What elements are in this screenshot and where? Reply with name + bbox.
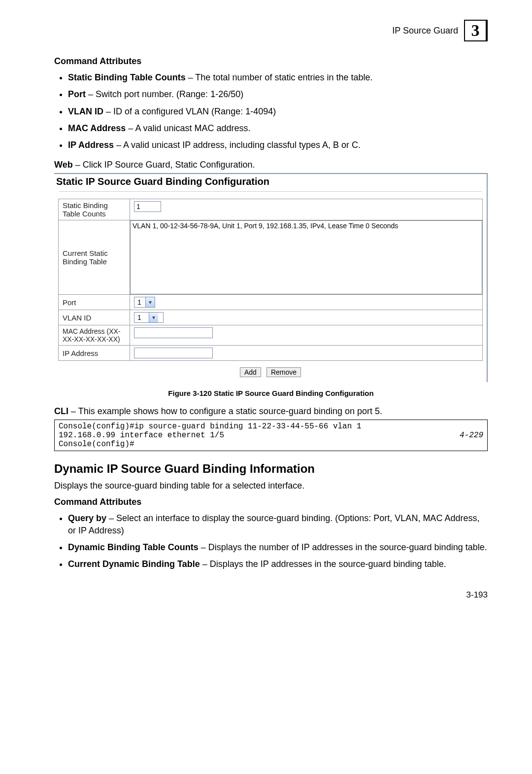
desc: – Displays the IP addresses in the sourc… xyxy=(200,559,446,569)
binding-table-cell: VLAN 1, 00-12-34-56-78-9A, Unit 1, Port … xyxy=(130,220,483,295)
section-heading: Dynamic IP Source Guard Binding Informat… xyxy=(54,462,488,476)
divider xyxy=(59,191,482,192)
figure-caption: Figure 3-120 Static IP Source Guard Bind… xyxy=(54,389,488,397)
desc: – ID of a configured VLAN (Range: 1-4094… xyxy=(103,106,276,116)
desc: – A valid unicast IP address, including … xyxy=(114,140,361,150)
term: Query by xyxy=(68,513,106,523)
port-cell: 1 ▾ xyxy=(130,295,483,310)
code-content: Console(config)#ip source-guard binding … xyxy=(59,422,362,449)
header-title: IP Source Guard xyxy=(392,26,458,36)
code-ref: 4-229 xyxy=(460,422,483,449)
vlan-label: VLAN ID xyxy=(59,310,130,325)
page-header: IP Source Guard 3 xyxy=(54,20,488,41)
list-item: Current Dynamic Binding Table – Displays… xyxy=(68,558,488,570)
web-label: Web xyxy=(54,160,73,170)
binding-table-listbox[interactable]: VLAN 1, 00-12-34-56-78-9A, Unit 1, Port … xyxy=(130,220,482,294)
section-desc: Displays the source-guard binding table … xyxy=(54,481,488,491)
term: Current Dynamic Binding Table xyxy=(68,559,200,569)
port-value: 1 xyxy=(134,297,146,307)
counts-input[interactable] xyxy=(134,201,161,212)
list-item: IP Address – A valid unicast IP address,… xyxy=(68,139,488,151)
binding-table-row[interactable]: VLAN 1, 00-12-34-56-78-9A, Unit 1, Port … xyxy=(133,222,480,230)
vlan-value: 1 xyxy=(134,313,149,322)
form-table: Static Binding Table Counts Current Stat… xyxy=(58,199,483,361)
counts-label: Static Binding Table Counts xyxy=(59,199,130,220)
desc: – A valid unicast MAC address. xyxy=(126,123,250,133)
port-label: Port xyxy=(59,295,130,310)
add-button[interactable]: Add xyxy=(240,367,261,377)
term: Port xyxy=(68,89,86,99)
desc: – The total number of static entries in … xyxy=(186,72,373,82)
cli-label: CLI xyxy=(54,406,68,416)
ip-label: IP Address xyxy=(59,346,130,361)
desc: – Switch port number. (Range: 1-26/50) xyxy=(86,89,243,99)
ip-cell xyxy=(130,346,483,361)
cli-instruction: CLI – This example shows how to configur… xyxy=(54,406,488,417)
command-attributes-heading: Command Attributes xyxy=(54,56,488,67)
page-number: 3-193 xyxy=(54,590,488,600)
button-row: Add Remove xyxy=(58,361,483,377)
cli-text: – This example shows how to configure a … xyxy=(68,406,382,416)
attributes-list: Static Binding Table Counts – The total … xyxy=(54,71,488,151)
desc: – Select an interface to display the sou… xyxy=(68,513,479,535)
command-attributes-heading-2: Command Attributes xyxy=(54,497,488,507)
mac-label: MAC Address (XX-XX-XX-XX-XX-XX) xyxy=(59,325,130,346)
vlan-dropdown[interactable]: 1 ▾ xyxy=(134,312,164,323)
attributes-list-2: Query by – Select an interface to displa… xyxy=(54,512,488,570)
mac-input[interactable] xyxy=(134,327,213,338)
config-panel: Static IP Source Guard Binding Configura… xyxy=(54,173,488,382)
web-instruction: Web – Click IP Source Guard, Static Conf… xyxy=(54,160,488,170)
code-block: Console(config)#ip source-guard binding … xyxy=(54,420,488,451)
panel-title: Static IP Source Guard Binding Configura… xyxy=(54,174,487,191)
binding-table-label: Current Static Binding Table xyxy=(59,220,130,295)
web-text: – Click IP Source Guard, Static Configur… xyxy=(73,160,255,170)
vlan-cell: 1 ▾ xyxy=(130,310,483,325)
list-item: VLAN ID – ID of a configured VLAN (Range… xyxy=(68,106,488,117)
term: IP Address xyxy=(68,140,114,150)
list-item: Query by – Select an interface to displa… xyxy=(68,512,488,536)
chapter-badge: 3 xyxy=(464,20,488,41)
term: MAC Address xyxy=(68,123,126,133)
chevron-down-icon[interactable]: ▾ xyxy=(146,297,155,307)
term: Dynamic Binding Table Counts xyxy=(68,542,199,552)
mac-cell xyxy=(130,325,483,346)
list-item: MAC Address – A valid unicast MAC addres… xyxy=(68,122,488,134)
term: Static Binding Table Counts xyxy=(68,72,186,82)
list-item: Static Binding Table Counts – The total … xyxy=(68,71,488,83)
list-item: Dynamic Binding Table Counts – Displays … xyxy=(68,541,488,553)
list-item: Port – Switch port number. (Range: 1-26/… xyxy=(68,88,488,100)
term: VLAN ID xyxy=(68,106,103,116)
chevron-down-icon[interactable]: ▾ xyxy=(149,313,158,322)
desc: – Displays the number of IP addresses in… xyxy=(199,542,487,552)
counts-cell xyxy=(130,199,483,220)
port-dropdown[interactable]: 1 ▾ xyxy=(134,297,155,308)
ip-input[interactable] xyxy=(134,348,213,358)
remove-button[interactable]: Remove xyxy=(266,367,301,377)
